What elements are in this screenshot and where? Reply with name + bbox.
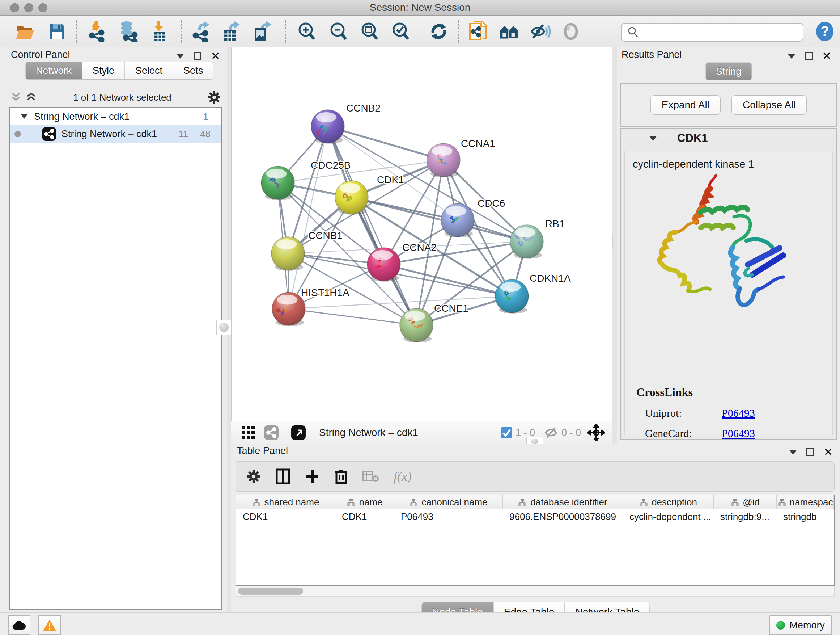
table-options-gear-icon[interactable]: [246, 469, 261, 484]
minimize-window-button[interactable]: [24, 3, 33, 12]
network-node-CCNA1[interactable]: [427, 143, 460, 177]
new-network-from-selection-button[interactable]: [468, 21, 488, 42]
left-splitter-handle[interactable]: [216, 320, 232, 335]
column-header-description[interactable]: description: [623, 495, 714, 509]
crosslink-link[interactable]: P06493: [722, 427, 755, 440]
node-label-RB1: RB1: [545, 218, 565, 230]
control-tab-network[interactable]: Network: [25, 62, 82, 80]
network-node-RB1[interactable]: [510, 225, 543, 259]
fit-selected-crosshair-icon[interactable]: [587, 424, 605, 441]
node-table[interactable]: shared namenamecanonical namedatabase id…: [235, 494, 835, 586]
cloud-button[interactable]: [8, 616, 30, 635]
network-node-CDK1[interactable]: [335, 181, 368, 215]
birdseye-view-icon[interactable]: [291, 425, 306, 440]
column-sort-icon: [777, 498, 786, 507]
close-panel-icon[interactable]: ✕: [822, 52, 831, 60]
export-image-icon: [252, 21, 272, 42]
apply-layout-button[interactable]: [429, 21, 449, 42]
scrollbar-thumb[interactable]: [238, 587, 303, 595]
network-node-CCNE1[interactable]: [400, 309, 433, 342]
import-table-icon: [150, 21, 169, 42]
crosslink-link[interactable]: P06493: [722, 407, 755, 419]
import-network-database-button[interactable]: [118, 21, 138, 42]
float-panel-icon[interactable]: [806, 448, 814, 456]
import-network-file-button[interactable]: [87, 21, 107, 42]
maximize-window-button[interactable]: [38, 3, 47, 12]
table-row[interactable]: CDK1CDK1P064939606.ENSP00000378699cyclin…: [236, 509, 834, 524]
right-splitter[interactable]: [612, 47, 617, 444]
table-cell[interactable]: cyclin-dependent ...: [623, 511, 714, 523]
panel-menu-icon[interactable]: [788, 54, 796, 59]
export-table-button[interactable]: [221, 21, 241, 42]
control-tab-sets[interactable]: Sets: [173, 62, 213, 80]
control-tab-style[interactable]: Style: [82, 62, 125, 80]
delete-column-icon[interactable]: [334, 469, 348, 485]
expand-all-icon[interactable]: [25, 91, 38, 103]
collapse-all-button[interactable]: Collapse All: [731, 95, 807, 115]
string-view-icon[interactable]: [264, 425, 279, 440]
close-window-button[interactable]: [10, 3, 19, 12]
warnings-button[interactable]: [38, 616, 61, 635]
column-header-database-identifier[interactable]: database identifier: [503, 495, 623, 509]
search-input[interactable]: [643, 25, 803, 40]
collapse-all-icon[interactable]: [9, 91, 22, 103]
float-panel-icon[interactable]: [805, 52, 813, 60]
panel-menu-icon[interactable]: [176, 54, 184, 59]
hide-selected-button[interactable]: [531, 21, 551, 42]
column-header-canonical-name[interactable]: canonical name: [394, 495, 503, 509]
zoom-selected-button[interactable]: [391, 21, 411, 42]
network-node-CCNB1[interactable]: [271, 237, 305, 271]
network-node-CCNA2[interactable]: [367, 248, 401, 282]
table-cell[interactable]: stringdb: [777, 511, 834, 523]
expand-all-button[interactable]: Expand All: [651, 95, 721, 115]
network-node-CDC25B[interactable]: [261, 166, 294, 200]
network-canvas[interactable]: CCNB2CCNA1CDC25BCDK1CDC6RB1CCNB1CCNA2CDK…: [231, 47, 613, 421]
collapse-card-icon[interactable]: [649, 136, 657, 141]
close-panel-icon[interactable]: ✕: [824, 448, 833, 456]
float-panel-icon[interactable]: [194, 52, 202, 60]
export-network-button[interactable]: [191, 21, 211, 42]
zoom-fit-button[interactable]: [360, 21, 380, 42]
network-options-gear-icon[interactable]: [207, 90, 221, 105]
zoom-in-button[interactable]: [297, 21, 317, 42]
import-table-file-button[interactable]: [149, 21, 170, 42]
export-image-button[interactable]: [252, 21, 272, 42]
network-edge-HIST1H1A-CCNE1[interactable]: [289, 309, 416, 325]
network-edge-CCNB2-CCNA1[interactable]: [328, 126, 444, 160]
memory-button[interactable]: Memory: [769, 616, 832, 635]
control-tab-select[interactable]: Select: [125, 62, 173, 80]
protein-card-header[interactable]: CDK1: [621, 129, 836, 148]
column-header--id[interactable]: @id: [714, 495, 777, 509]
column-header-shared-name[interactable]: shared name: [236, 495, 335, 509]
table-cell[interactable]: P06493: [394, 511, 503, 523]
column-header-namespac[interactable]: namespac: [777, 495, 834, 509]
zoom-out-button[interactable]: [328, 21, 349, 42]
show-all-button[interactable]: [561, 21, 581, 42]
show-columns-icon[interactable]: [276, 469, 290, 485]
table-cell[interactable]: CDK1: [335, 511, 394, 523]
network-collection-row[interactable]: String Network – cdk1 1: [10, 108, 221, 125]
network-edge-count: 48: [200, 128, 210, 140]
table-cell[interactable]: stringdb:9...: [714, 511, 777, 523]
collection-expander-icon[interactable]: [21, 114, 28, 119]
table-cell[interactable]: CDK1: [236, 511, 335, 523]
results-tab-string[interactable]: String: [706, 62, 752, 80]
network-node-HIST1H1A[interactable]: [272, 292, 305, 326]
save-session-button[interactable]: [47, 21, 67, 42]
grid-view-icon[interactable]: [241, 425, 256, 440]
network-node-CCNB2[interactable]: [311, 110, 344, 144]
column-header-name[interactable]: name: [335, 495, 394, 509]
help-button[interactable]: ?: [815, 21, 835, 42]
panel-menu-icon[interactable]: [789, 450, 797, 455]
add-column-icon[interactable]: [305, 469, 320, 484]
network-node-CDKN1A[interactable]: [495, 279, 529, 314]
network-node-CDC6[interactable]: [441, 203, 474, 238]
table-horizontal-scrollbar[interactable]: [235, 586, 835, 597]
first-neighbors-button[interactable]: [499, 21, 519, 42]
close-panel-icon[interactable]: ✕: [211, 52, 220, 60]
network-row[interactable]: String Network – cdk1 11 48: [10, 125, 221, 143]
open-session-button[interactable]: [15, 21, 35, 42]
selected-checkbox-icon[interactable]: [500, 426, 513, 439]
table-cell[interactable]: 9606.ENSP00000378699: [503, 511, 623, 523]
network-edge-CCNB2-HIST1H1A[interactable]: [289, 126, 328, 309]
